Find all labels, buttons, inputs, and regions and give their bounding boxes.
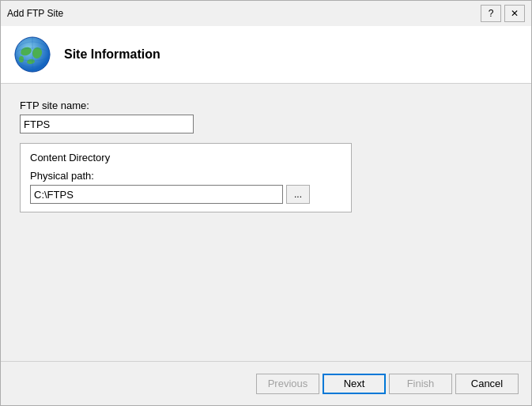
- title-bar-buttons: ? ✕: [481, 5, 525, 22]
- path-row: ...: [30, 185, 341, 204]
- content-directory-box: Content Directory Physical path: ...: [20, 143, 352, 212]
- header-title: Site Information: [64, 47, 160, 62]
- dialog: Add FTP Site ? ✕ S: [0, 0, 532, 406]
- dialog-title: Add FTP Site: [7, 8, 63, 19]
- previous-button[interactable]: Previous: [256, 374, 319, 394]
- next-button[interactable]: Next: [323, 374, 386, 394]
- header-section: Site Information: [1, 26, 531, 84]
- cancel-button[interactable]: Cancel: [455, 374, 519, 394]
- globe-icon: [13, 36, 51, 73]
- site-name-label: FTP site name:: [20, 100, 512, 111]
- finish-button[interactable]: Finish: [389, 374, 452, 394]
- content-area: FTP site name: Content Directory Physica…: [1, 84, 531, 361]
- site-name-group: FTP site name:: [20, 100, 512, 133]
- content-directory-label: Content Directory: [30, 152, 341, 164]
- site-name-input[interactable]: [20, 115, 194, 133]
- footer: Previous Next Finish Cancel: [1, 361, 531, 405]
- title-bar: Add FTP Site ? ✕: [1, 1, 531, 26]
- close-button[interactable]: ✕: [504, 5, 525, 22]
- browse-button[interactable]: ...: [286, 185, 310, 204]
- help-button[interactable]: ?: [481, 5, 501, 22]
- physical-path-input[interactable]: [30, 185, 283, 204]
- physical-path-label: Physical path:: [30, 170, 341, 182]
